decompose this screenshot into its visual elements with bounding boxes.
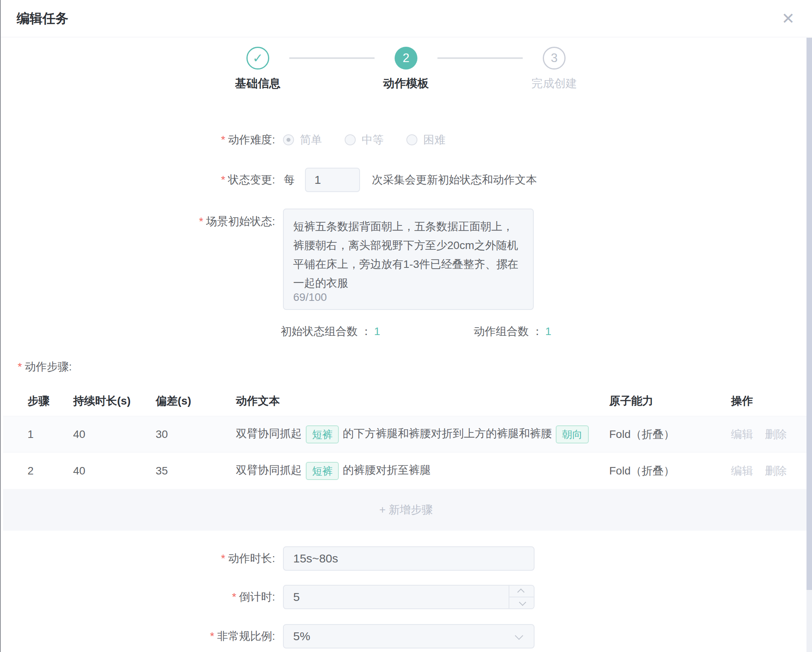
keyword-tag: 朝向 — [556, 425, 589, 443]
cell-ability: Fold（折叠） — [609, 463, 731, 478]
step-basic-info: ✓ 基础信息 — [226, 47, 289, 92]
table-header-row: 步骤持续时长(s)偏差(s)动作文本原子能力操作 — [3, 386, 809, 416]
delete-link[interactable]: 删除 — [765, 428, 787, 440]
difficulty-label: *动作难度: — [0, 132, 275, 147]
initial-combo-count: 初始状态组合数 ：1 — [281, 324, 380, 339]
unusual-ratio-label: *非常规比例: — [0, 629, 275, 644]
action-text-fragment: 的下方裤腿和裤腰对折到上方的裤腿和裤腰 — [343, 427, 552, 440]
column-header: 原子能力 — [609, 394, 731, 408]
initial-combo-value: 1 — [374, 325, 380, 337]
required-mark: * — [199, 215, 203, 227]
dialog-header: 编辑任务 ✕ — [0, 0, 812, 37]
cell-deviation: 30 — [156, 428, 236, 441]
cell-ability: Fold（折叠） — [609, 427, 731, 442]
wizard-stepper: ✓ 基础信息 2 动作模板 3 完成创建 — [0, 47, 812, 92]
initial-state-textarea[interactable]: 短裤五条数据背面朝上，五条数据正面朝上，裤腰朝右，离头部视野下方至少20cm之外… — [283, 209, 534, 310]
spinner-increase-button[interactable] — [509, 586, 534, 597]
chevron-down-icon — [519, 599, 526, 606]
cell-duration: 40 — [73, 428, 156, 441]
state-change-row: *状态变更: 每 1 次采集会更新初始状态和动作文本 — [0, 168, 812, 192]
action-combo-value: 1 — [545, 325, 551, 337]
countdown-label: *倒计时: — [0, 590, 275, 604]
step-label: 基础信息 — [235, 76, 281, 92]
step-label: 动作模板 — [383, 76, 429, 92]
cell-duration: 40 — [73, 465, 156, 477]
unusual-ratio-select[interactable]: 5% — [283, 624, 535, 648]
keyword-tag: 短裤 — [306, 462, 339, 480]
difficulty-radio-中等[interactable]: 中等 — [345, 132, 384, 147]
add-step-button[interactable]: + 新增步骤 — [3, 489, 809, 531]
column-header: 操作 — [731, 394, 809, 408]
dialog-left-edge — [0, 0, 1, 652]
initial-state-text: 短裤五条数据背面朝上，五条数据正面朝上，裤腰朝右，离头部视野下方至少20cm之外… — [293, 217, 524, 293]
combo-counts-row: 初始状态组合数 ：1 动作组合数 ：1 — [281, 324, 812, 339]
edit-link[interactable]: 编辑 — [731, 465, 753, 477]
step-action-template: 2 动作模板 — [375, 47, 437, 92]
state-change-input[interactable]: 1 — [305, 168, 360, 192]
cell-action-text: 双臂协同抓起短裤的下方裤腿和裤腰对折到上方的裤腿和裤腰朝向 — [236, 425, 609, 443]
cell-actions: 编辑删除 — [731, 463, 809, 478]
scrollbar-thumb[interactable] — [806, 38, 812, 590]
state-change-label: *状态变更: — [0, 172, 275, 187]
chevron-down-icon — [515, 632, 523, 640]
initial-state-row: *场景初始状态: 短裤五条数据背面朝上，五条数据正面朝上，裤腰朝右，离头部视野下… — [0, 209, 812, 310]
keyword-tag: 短裤 — [306, 425, 339, 443]
dialog-title: 编辑任务 — [17, 10, 68, 27]
action-text-fragment: 的裤腰对折至裤腿 — [343, 464, 431, 476]
step-label: 完成创建 — [531, 76, 577, 92]
number-spinner — [509, 586, 534, 608]
chevron-up-icon — [517, 588, 524, 595]
required-mark: * — [18, 361, 22, 373]
countdown-row: *倒计时: 5 — [0, 585, 812, 609]
action-text-fragment: 双臂协同抓起 — [236, 464, 302, 476]
column-header: 动作文本 — [236, 394, 609, 408]
cell-action-text: 双臂协同抓起短裤的裤腰对折至裤腿 — [236, 462, 609, 480]
action-duration-label: *动作时长: — [0, 551, 275, 566]
stepper-connector — [437, 57, 523, 59]
column-header: 偏差(s) — [156, 394, 236, 408]
action-steps-table: 步骤持续时长(s)偏差(s)动作文本原子能力操作 14030双臂协同抓起短裤的下… — [3, 386, 809, 531]
action-duration-row: *动作时长: 15s~80s — [0, 546, 812, 571]
stepper-connector — [289, 57, 375, 59]
step-number-badge: 3 — [543, 47, 566, 70]
action-combo-count: 动作组合数 ：1 — [474, 324, 551, 339]
required-mark: * — [221, 134, 225, 146]
char-counter: 69/100 — [293, 291, 327, 304]
spinner-decrease-button[interactable] — [509, 597, 534, 608]
delete-link[interactable]: 删除 — [765, 465, 787, 477]
close-icon[interactable]: ✕ — [781, 11, 795, 26]
scrollbar-track[interactable] — [806, 38, 812, 652]
step-number-badge: 2 — [395, 47, 417, 70]
radio-label: 中等 — [362, 132, 384, 147]
required-mark: * — [210, 630, 214, 642]
cell-actions: 编辑删除 — [731, 427, 809, 442]
countdown-input[interactable]: 5 — [283, 585, 535, 609]
state-change-prefix: 每 — [284, 172, 295, 187]
state-change-suffix: 次采集会更新初始状态和动作文本 — [372, 172, 537, 187]
table-row: 24035双臂协同抓起短裤的裤腰对折至裤腿Fold（折叠）编辑删除 — [3, 452, 809, 489]
required-mark: * — [221, 174, 225, 186]
step-finish-create: 3 完成创建 — [523, 47, 586, 92]
action-steps-label: *动作步骤: — [18, 359, 812, 374]
check-icon: ✓ — [246, 47, 269, 70]
required-mark: * — [221, 552, 225, 564]
radio-label: 简单 — [300, 132, 322, 147]
cell-step: 1 — [28, 428, 73, 441]
difficulty-radio-简单[interactable]: 简单 — [283, 132, 322, 147]
radio-circle-icon — [283, 134, 294, 145]
initial-state-label: *场景初始状态: — [0, 209, 275, 229]
radio-label: 困难 — [423, 132, 445, 147]
unusual-ratio-row: *非常规比例: 5% — [0, 624, 812, 648]
difficulty-radio-困难[interactable]: 困难 — [406, 132, 445, 147]
action-text-fragment: 双臂协同抓起 — [236, 427, 302, 440]
edit-link[interactable]: 编辑 — [731, 428, 753, 440]
action-duration-input[interactable]: 15s~80s — [283, 546, 535, 571]
column-header: 步骤 — [28, 394, 73, 408]
difficulty-row: *动作难度: 简单中等困难 — [0, 132, 812, 147]
column-header: 持续时长(s) — [73, 394, 156, 408]
table-row: 14030双臂协同抓起短裤的下方裤腿和裤腰对折到上方的裤腿和裤腰朝向Fold（折… — [3, 416, 809, 452]
required-mark: * — [232, 591, 236, 603]
difficulty-radio-group: 简单中等困难 — [283, 132, 468, 147]
cell-deviation: 35 — [156, 465, 236, 477]
radio-circle-icon — [345, 134, 356, 145]
